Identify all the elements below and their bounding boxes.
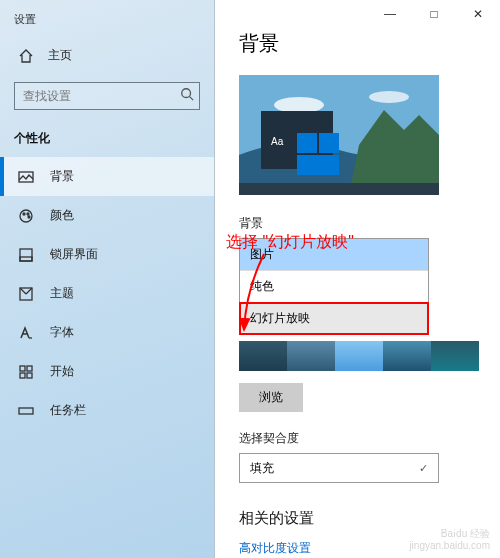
nav-item-lockscreen[interactable]: 锁屏界面 <box>0 235 214 274</box>
nav-item-start[interactable]: 开始 <box>0 352 214 391</box>
nav-item-fonts[interactable]: 字体 <box>0 313 214 352</box>
nav-item-colors[interactable]: 颜色 <box>0 196 214 235</box>
home-link[interactable]: 主页 <box>0 37 214 74</box>
recent-images <box>239 341 482 371</box>
thumb-image[interactable] <box>287 341 335 371</box>
chevron-down-icon: ✓ <box>419 462 428 475</box>
main-panel: — □ ✕ 背景 Aa 背景 <box>215 0 500 558</box>
nav-label: 锁屏界面 <box>50 246 98 263</box>
dropdown-option-slideshow[interactable]: 幻灯片放映 <box>240 303 428 334</box>
background-preview: Aa <box>239 75 439 195</box>
fit-value: 填充 <box>250 460 274 477</box>
nav-item-background[interactable]: 背景 <box>0 157 214 196</box>
svg-point-4 <box>27 213 29 215</box>
start-icon <box>18 364 34 380</box>
svg-rect-7 <box>20 257 32 261</box>
picture-icon <box>18 169 34 185</box>
search-input[interactable] <box>14 82 200 110</box>
preview-tile <box>297 155 339 175</box>
fonts-icon <box>18 325 34 341</box>
maximize-button[interactable]: □ <box>412 0 456 28</box>
page-title: 背景 <box>239 30 482 57</box>
dropdown-option-solid[interactable]: 纯色 <box>240 271 428 303</box>
thumb-image[interactable] <box>335 341 383 371</box>
lockscreen-icon <box>18 247 34 263</box>
watermark-url: jingyan.baidu.com <box>409 540 490 552</box>
browse-button[interactable]: 浏览 <box>239 383 303 412</box>
fit-label: 选择契合度 <box>239 430 482 447</box>
related-header: 相关的设置 <box>239 509 482 528</box>
svg-rect-9 <box>20 366 25 371</box>
section-title: 个性化 <box>0 124 214 157</box>
title-bar: — □ ✕ <box>215 0 500 28</box>
content: 背景 Aa 背景 图片 纯色 幻灯片放映 <box>215 28 500 558</box>
nav-label: 主题 <box>50 285 74 302</box>
svg-rect-13 <box>19 408 33 414</box>
watermark: Bai̇du 经验 jingyan.baidu.com <box>409 528 490 552</box>
fit-select[interactable]: 填充 ✓ <box>239 453 439 483</box>
svg-rect-6 <box>20 249 32 261</box>
nav-label: 颜色 <box>50 207 74 224</box>
home-label: 主页 <box>48 47 72 64</box>
background-label: 背景 <box>239 215 482 232</box>
sidebar: 设置 主页 个性化 背景 颜色 锁屏界面 主题 <box>0 0 215 558</box>
palette-icon <box>18 208 34 224</box>
svg-point-5 <box>28 216 30 218</box>
home-icon <box>18 48 34 64</box>
thumb-image[interactable] <box>239 341 287 371</box>
nav-label: 背景 <box>50 168 74 185</box>
nav-label: 字体 <box>50 324 74 341</box>
background-type-dropdown[interactable]: 图片 纯色 幻灯片放映 <box>239 238 429 335</box>
nav-item-taskbar[interactable]: 任务栏 <box>0 391 214 430</box>
svg-rect-11 <box>20 373 25 378</box>
svg-point-16 <box>369 91 409 103</box>
preview-taskbar <box>239 183 439 195</box>
thumb-image[interactable] <box>383 341 431 371</box>
svg-rect-10 <box>27 366 32 371</box>
svg-rect-12 <box>27 373 32 378</box>
themes-icon <box>18 286 34 302</box>
svg-point-0 <box>182 89 191 98</box>
svg-point-3 <box>23 213 25 215</box>
nav-item-themes[interactable]: 主题 <box>0 274 214 313</box>
nav-label: 任务栏 <box>50 402 86 419</box>
watermark-brand: Bai̇du 经验 <box>409 528 490 540</box>
search-wrap <box>14 82 200 110</box>
preview-sample-text: Aa <box>271 136 283 147</box>
window-title: 设置 <box>0 0 214 33</box>
nav-label: 开始 <box>50 363 74 380</box>
dropdown-option-picture[interactable]: 图片 <box>240 239 428 271</box>
minimize-button[interactable]: — <box>368 0 412 28</box>
preview-tile <box>297 133 317 153</box>
search-icon <box>180 87 194 104</box>
preview-tile <box>319 133 339 153</box>
settings-window: 设置 主页 个性化 背景 颜色 锁屏界面 主题 <box>0 0 500 558</box>
thumb-image[interactable] <box>431 341 479 371</box>
close-button[interactable]: ✕ <box>456 0 500 28</box>
taskbar-icon <box>18 403 34 419</box>
